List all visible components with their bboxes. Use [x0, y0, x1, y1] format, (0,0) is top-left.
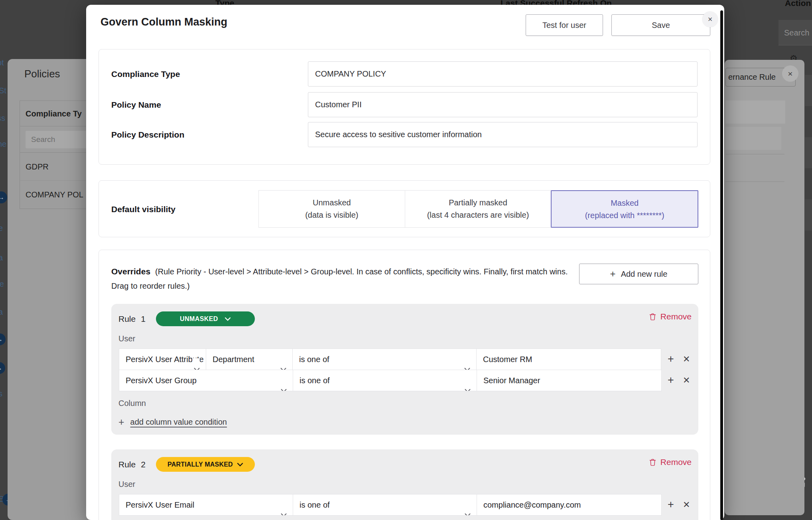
- chevron-down-icon: [465, 379, 471, 391]
- rule-number: 1: [141, 314, 146, 324]
- close-icon[interactable]: ×: [782, 65, 798, 82]
- screen: Type Last Successful Refresh On Action S…: [0, 0, 812, 520]
- bg-column-header-action: Action: [785, 0, 811, 8]
- remove-condition-icon[interactable]: ✕: [683, 354, 690, 364]
- overrides-description: (Rule Priority - User-level > Attribute-…: [111, 267, 568, 290]
- rule-label: Rule: [118, 460, 136, 469]
- condition-row: PersivX User Group is one of Senior Mana…: [119, 370, 662, 391]
- add-condition-icon[interactable]: +: [668, 374, 674, 386]
- bg-table-row: [805, 199, 812, 230]
- remove-condition-icon[interactable]: ✕: [683, 500, 690, 510]
- bg-table-row: [805, 137, 812, 168]
- add-column-condition-link[interactable]: + add column value condition: [118, 416, 227, 428]
- plus-icon: +: [610, 268, 616, 280]
- default-visibility-label: Default visibility: [111, 181, 175, 238]
- chevron-down-icon: [225, 317, 231, 321]
- condition-row: PersivX User Attribute Department is one…: [119, 349, 662, 370]
- divider: [725, 154, 784, 154]
- panel-row: [725, 100, 785, 124]
- divider: [725, 181, 784, 182]
- visibility-option-partially-masked[interactable]: Partially masked (last 4 characters are …: [405, 190, 552, 228]
- policies-title: Policies: [24, 68, 60, 80]
- chevron-down-icon: [280, 358, 286, 370]
- bg-text-fragment: e: [0, 224, 3, 233]
- user-attribute-select[interactable]: PersivX User Attribute: [119, 349, 206, 370]
- remove-rule-button[interactable]: Remove: [648, 312, 692, 321]
- operator-select[interactable]: is one of: [293, 494, 477, 516]
- policy-name-input[interactable]: Customer PII: [308, 92, 698, 117]
- chevron-down-icon: [192, 358, 200, 370]
- add-condition-icon[interactable]: +: [668, 353, 674, 365]
- rule-number: 2: [141, 460, 146, 469]
- scrollbar[interactable]: [720, 10, 723, 520]
- overrides-card: Overrides(Rule Priority - User-level > A…: [99, 250, 710, 520]
- panel-row: [725, 127, 781, 150]
- user-email-select[interactable]: PersivX User Email: [119, 494, 293, 516]
- save-button[interactable]: Save: [611, 14, 710, 36]
- modal-title: Govern Column Masking: [101, 16, 227, 28]
- bg-text-fragment: ot: [0, 58, 4, 67]
- overrides-title: Overrides: [111, 267, 150, 276]
- visibility-option-masked[interactable]: Masked (replaced with ********): [551, 190, 698, 228]
- rule-visibility-badge[interactable]: UNMASKED: [156, 311, 255, 326]
- arrow-right-icon[interactable]: →: [0, 333, 6, 345]
- condition-row: PersivX User Email is one of compliance@…: [119, 494, 662, 516]
- rule-card-2: Rule 2 PARTIALLY MASKED Remove User: [111, 449, 698, 520]
- user-group-select[interactable]: PersivX User Group: [119, 370, 293, 391]
- add-new-rule-button[interactable]: + Add new rule: [579, 264, 698, 284]
- policy-form-card: Compliance Type COMPANY POLICY Policy Na…: [99, 49, 710, 165]
- bg-text-fragment: re: [0, 280, 4, 289]
- remove-rule-button[interactable]: Remove: [648, 457, 692, 467]
- close-icon[interactable]: ×: [702, 12, 718, 27]
- plus-icon: +: [118, 416, 124, 428]
- rule-label: Rule: [118, 314, 136, 324]
- chevron-down-icon: [464, 358, 470, 370]
- arrow-right-icon[interactable]: →: [0, 191, 7, 203]
- attribute-name-select[interactable]: Department: [206, 349, 293, 370]
- remove-condition-icon[interactable]: ✕: [683, 375, 690, 386]
- condition-value-input[interactable]: Customer RM: [476, 349, 661, 370]
- arrow-right-icon[interactable]: →: [0, 362, 5, 374]
- test-for-user-button[interactable]: Test for user: [526, 14, 603, 36]
- bg-text-fragment: a: [0, 253, 3, 262]
- policy-description-input[interactable]: Secure access to sesitive customer infor…: [308, 122, 698, 147]
- compliance-type-label: Compliance Type: [111, 61, 180, 87]
- operator-select[interactable]: is one of: [292, 349, 477, 370]
- bg-text-fragment: ss: [0, 114, 5, 123]
- chevron-down-icon: [465, 504, 471, 516]
- visibility-segmented-control: Unmasked (data is visible) Partially mas…: [258, 190, 698, 228]
- operator-select[interactable]: is one of: [293, 370, 477, 391]
- chevron-down-icon: [281, 504, 287, 516]
- condition-value-input[interactable]: Senior Manager: [477, 370, 662, 391]
- add-condition-icon[interactable]: +: [668, 498, 674, 511]
- trash-icon: [648, 458, 657, 467]
- governance-rule-panel: ernance Rule ×: [725, 60, 804, 515]
- bg-text-fragment: s: [0, 389, 2, 398]
- visibility-option-unmasked[interactable]: Unmasked (data is visible): [258, 190, 405, 228]
- default-visibility-card: Default visibility Unmasked (data is vis…: [99, 180, 710, 237]
- policy-name-label: Policy Name: [111, 92, 161, 117]
- compliance-type-input[interactable]: COMPANY POLICY: [308, 61, 698, 87]
- chevron-down-icon: [237, 463, 243, 467]
- bg-search-input[interactable]: Search: [778, 20, 812, 45]
- govern-column-masking-modal: Govern Column Masking Test for user Save…: [86, 5, 724, 520]
- user-section-label: User: [118, 480, 135, 489]
- condition-value-input[interactable]: compliance@company.com: [477, 494, 662, 516]
- rule-card-1: Rule 1 UNMASKED Remove User: [111, 304, 698, 435]
- column-section-label: Column: [118, 399, 146, 408]
- rule-visibility-badge[interactable]: PARTIALLY MASKED: [156, 457, 255, 472]
- policy-description-label: Policy Description: [111, 122, 184, 147]
- bg-text-fragment: St: [0, 86, 6, 95]
- overrides-heading: Overrides(Rule Priority - User-level > A…: [111, 264, 573, 293]
- user-section-label: User: [118, 334, 135, 343]
- bg-text-fragment: a: [0, 307, 3, 317]
- chevron-down-icon: [281, 379, 287, 391]
- bg-text-fragment: ne: [0, 140, 6, 149]
- trash-icon: [648, 312, 657, 321]
- bg-table-row: [805, 75, 812, 106]
